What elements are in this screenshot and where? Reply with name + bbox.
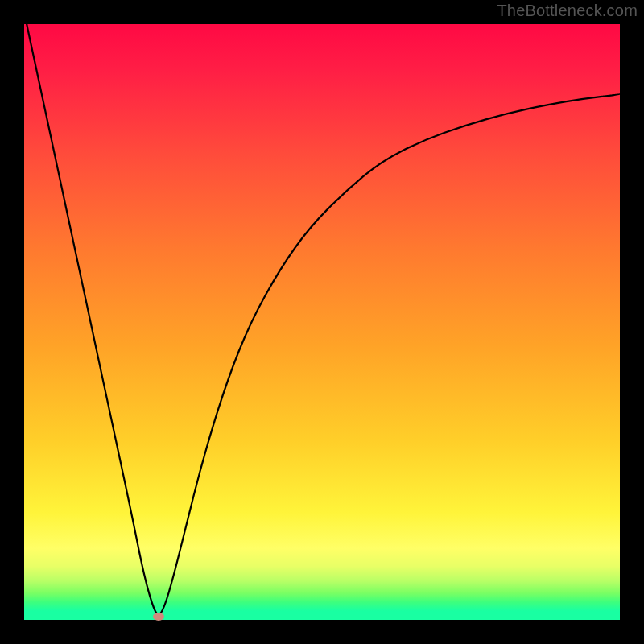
watermark-text: TheBottleneck.com <box>497 2 638 20</box>
plot-area <box>24 24 620 620</box>
bottleneck-curve <box>24 24 620 620</box>
chart-frame: TheBottleneck.com <box>0 0 644 644</box>
optimal-point-marker <box>153 613 164 621</box>
